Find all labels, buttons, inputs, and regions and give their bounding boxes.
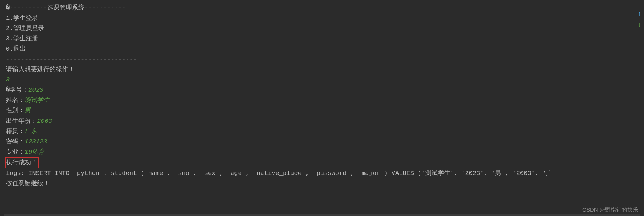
field-name-label: 姓名： (6, 97, 25, 104)
menu-header: �----------选课管理系统----------- (6, 3, 638, 13)
field-birth-value: 2003 (37, 118, 52, 125)
operation-prompt: 请输入想要进行的操作！ (6, 65, 638, 75)
scroll-down-icon[interactable]: ↓ (637, 20, 642, 30)
success-message: 执行成功！ (5, 157, 39, 168)
menu-item-2: 2.管理员登录 (6, 23, 638, 34)
user-input-choice: 3 (6, 76, 10, 83)
field-sno-value: 2023 (28, 87, 43, 94)
field-birth-label: 出生年份： (6, 118, 37, 125)
field-password-value: 123123 (25, 138, 47, 145)
continue-prompt: 按任意键继续！ (6, 179, 638, 189)
field-sno-label: �学号： (6, 87, 28, 94)
horizontal-scrollbar[interactable] (4, 214, 640, 216)
menu-item-0: 0.退出 (6, 44, 638, 54)
field-password-label: 密码： (6, 138, 25, 145)
field-native-label: 籍贯： (6, 128, 25, 135)
field-native-value: 广东 (25, 128, 37, 135)
field-major-label: 专业： (6, 149, 25, 155)
field-major-value: 19体育 (25, 149, 44, 155)
field-sex-label: 性别： (6, 107, 25, 114)
log-output: logs: INSERT INTO `python`.`student`(`na… (6, 168, 638, 179)
divider: ----------------------------------- (6, 54, 638, 65)
menu-item-1: 1.学生登录 (6, 13, 638, 23)
field-name-value: 测试学生 (25, 97, 50, 104)
scroll-up-icon[interactable]: ↑ (637, 9, 642, 19)
field-sex-value: 男 (25, 107, 31, 114)
menu-item-3: 3.学生注册 (6, 34, 638, 44)
watermark: CSDN @野指针的快乐 (582, 205, 638, 215)
